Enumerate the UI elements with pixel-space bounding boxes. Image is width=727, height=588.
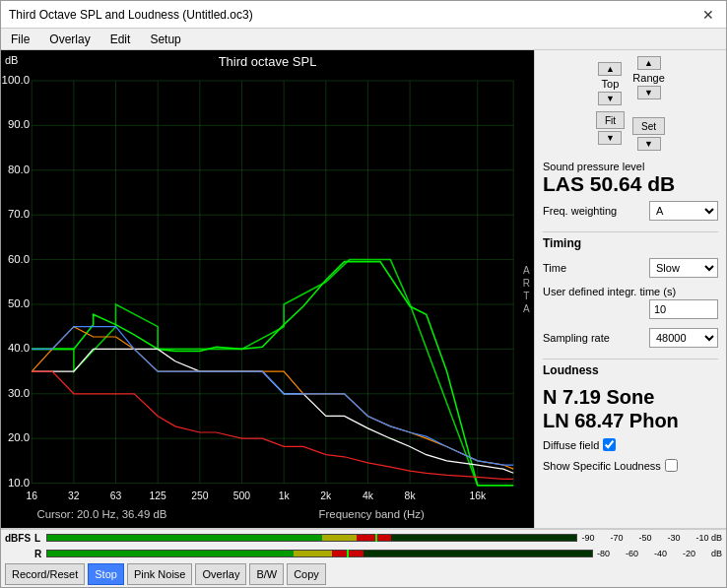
- menu-bar: File Overlay Edit Setup: [1, 29, 726, 50]
- r-channel-label: R: [34, 549, 44, 559]
- menu-setup[interactable]: Setup: [144, 32, 186, 47]
- top-up-button[interactable]: ▲: [598, 62, 622, 76]
- show-specific-label: Show Specific Loudness: [543, 460, 661, 472]
- fit-down-button[interactable]: ▼: [598, 131, 622, 145]
- loudness-section: N 7.19 Sone LN 68.47 Phon: [543, 385, 718, 432]
- menu-overlay[interactable]: Overlay: [43, 32, 96, 47]
- top-label: Top: [602, 78, 620, 90]
- svg-text:80.0: 80.0: [8, 163, 30, 175]
- timing-section-label: Timing: [543, 231, 718, 250]
- menu-edit[interactable]: Edit: [104, 32, 137, 47]
- bottom-area: dBFS L -90 -70 -50 -30 -10 dB dBF: [1, 528, 726, 587]
- svg-text:10.0: 10.0: [8, 477, 30, 489]
- svg-text:100.0: 100.0: [2, 74, 31, 86]
- svg-text:50.0: 50.0: [8, 297, 30, 309]
- svg-text:500: 500: [233, 490, 251, 501]
- diffuse-field-row: Diffuse field: [543, 438, 718, 451]
- l-level-marker: [375, 534, 377, 542]
- chart-area: Third octave SPL dB A R T A: [1, 50, 534, 528]
- svg-text:Frequency band (Hz): Frequency band (Hz): [319, 508, 425, 520]
- freq-weighting-row: Freq. weighting A B C Z: [543, 201, 718, 221]
- dbfs-l-row: dBFS L -90 -70 -50 -30 -10 dB: [1, 530, 726, 546]
- svg-text:8k: 8k: [405, 490, 417, 501]
- r-level-fill: [47, 551, 364, 556]
- show-specific-row: Show Specific Loudness: [543, 459, 718, 472]
- loudness-section-label: Loudness: [543, 359, 718, 377]
- top-down-button[interactable]: ▼: [598, 92, 622, 105]
- time-label: Time: [543, 262, 566, 274]
- svg-text:16: 16: [26, 490, 37, 501]
- diffuse-field-label: Diffuse field: [543, 439, 599, 451]
- svg-text:60.0: 60.0: [8, 253, 30, 265]
- range-up-button[interactable]: ▲: [637, 56, 661, 70]
- svg-rect-0: [1, 50, 534, 528]
- svg-text:32: 32: [68, 490, 80, 501]
- arta-label: A R T A: [523, 264, 530, 315]
- l-channel-label: L: [34, 533, 44, 544]
- chart-svg: 100.0 90.0 80.0 70.0 60.0 50.0 40.0 30.0…: [1, 50, 534, 528]
- dbfs-area: dBFS L -90 -70 -50 -30 -10 dB dBF: [1, 529, 726, 561]
- pink-noise-button[interactable]: Pink Noise: [127, 563, 193, 585]
- sampling-rate-select[interactable]: 44100 48000 96000: [649, 328, 718, 348]
- loudness-n-value: N 7.19 Sone: [543, 385, 718, 409]
- dbfs-r-row: dBFS R -80 -60 -40 -20 dB: [1, 546, 726, 561]
- r-level-bar: [46, 550, 593, 557]
- svg-text:90.0: 90.0: [8, 118, 30, 130]
- range-label: Range: [632, 72, 664, 84]
- sampling-rate-row: Sampling rate 44100 48000 96000: [543, 328, 718, 348]
- user-integr-label: User defined integr. time (s): [543, 286, 718, 297]
- svg-text:20.0: 20.0: [8, 431, 30, 443]
- window-title: Third Octave SPL and Loudness (Untitled.…: [9, 8, 253, 22]
- button-row: Record/Reset Stop Pink Noise Overlay B/W…: [1, 561, 726, 587]
- svg-text:63: 63: [110, 490, 122, 501]
- diffuse-field-checkbox[interactable]: [603, 438, 616, 451]
- main-content: Third octave SPL dB A R T A: [1, 50, 726, 528]
- r-level-marker: [347, 550, 349, 557]
- loudness-ln-value: LN 68.47 Phon: [543, 409, 718, 432]
- menu-file[interactable]: File: [5, 32, 35, 47]
- user-integr-input[interactable]: [649, 299, 718, 319]
- chart-title: Third octave SPL: [219, 54, 317, 69]
- time-row: Time Slow Fast Impulse: [543, 258, 718, 278]
- right-panel: ▲ Top ▼ Fit ▼ ▲ Range ▼ x Set ▼: [534, 50, 726, 528]
- close-button[interactable]: ✕: [698, 5, 718, 25]
- spl-section: Sound pressure level LAS 50.64 dB: [543, 161, 718, 195]
- nav-controls: ▲ Top ▼ Fit ▼ ▲ Range ▼ x Set ▼: [543, 56, 718, 151]
- stop-button[interactable]: Stop: [88, 563, 124, 585]
- record-reset-button[interactable]: Record/Reset: [5, 563, 85, 585]
- top-fit-group: ▲ Top ▼ Fit ▼: [596, 62, 625, 145]
- svg-text:16k: 16k: [469, 490, 487, 501]
- svg-text:125: 125: [149, 490, 166, 501]
- svg-text:40.0: 40.0: [8, 343, 30, 355]
- spl-value: LAS 50.64 dB: [543, 172, 718, 195]
- time-select[interactable]: Slow Fast Impulse: [649, 258, 718, 278]
- range-down-button[interactable]: ▼: [637, 86, 661, 99]
- freq-weighting-label: Freq. weighting: [543, 205, 617, 217]
- show-specific-checkbox[interactable]: [665, 459, 678, 472]
- spl-section-label: Sound pressure level: [543, 161, 718, 172]
- bw-button[interactable]: B/W: [249, 563, 284, 585]
- dbfs-label: dBFS: [5, 533, 33, 544]
- svg-text:70.0: 70.0: [8, 208, 30, 220]
- svg-text:250: 250: [191, 490, 209, 501]
- l-level-bar: [46, 534, 577, 542]
- svg-text:2k: 2k: [320, 490, 332, 501]
- l-level-fill: [47, 535, 391, 541]
- set-button[interactable]: Set: [632, 117, 665, 135]
- main-window: Third Octave SPL and Loudness (Untitled.…: [0, 0, 727, 588]
- overlay-button[interactable]: Overlay: [195, 563, 246, 585]
- svg-text:Cursor:  20.0 Hz, 36.49 dB: Cursor: 20.0 Hz, 36.49 dB: [36, 508, 166, 520]
- copy-button[interactable]: Copy: [287, 563, 326, 585]
- r-tick-labels: -80 -60 -40 -20 dB: [597, 549, 722, 558]
- svg-text:30.0: 30.0: [8, 387, 30, 399]
- set-down-button[interactable]: ▼: [637, 137, 661, 151]
- sampling-rate-label: Sampling rate: [543, 332, 610, 344]
- freq-weighting-select[interactable]: A B C Z: [649, 201, 718, 221]
- range-set-group: ▲ Range ▼ x Set ▼: [632, 56, 665, 151]
- user-integr-row: User defined integr. time (s): [543, 286, 718, 319]
- l-tick-labels: -90 -70 -50 -30 -10 dB: [581, 533, 722, 543]
- y-axis-label: dB: [5, 54, 18, 66]
- fit-button[interactable]: Fit: [596, 111, 625, 129]
- svg-text:1k: 1k: [279, 490, 291, 501]
- svg-text:4k: 4k: [363, 490, 374, 501]
